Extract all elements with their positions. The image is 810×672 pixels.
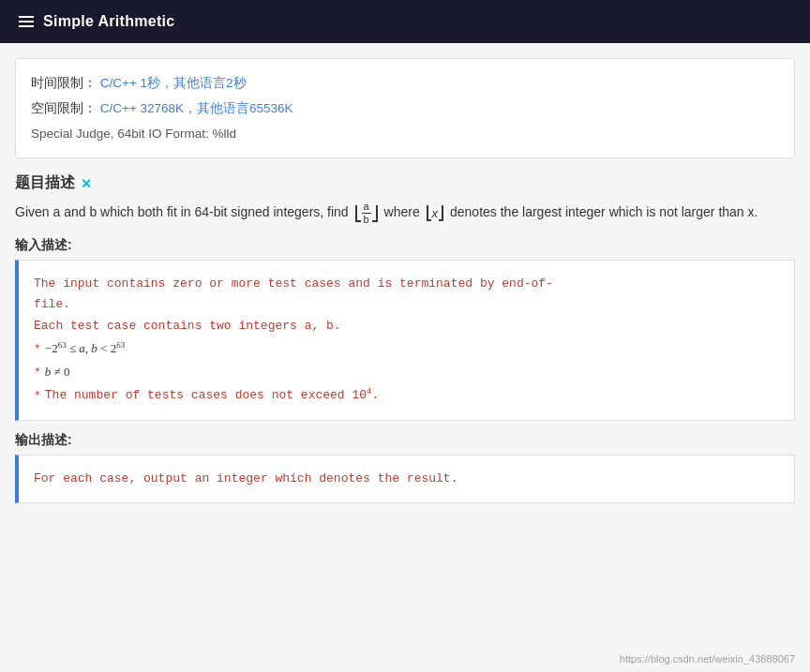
output-description-code: For each case, output an integer which d…	[15, 455, 795, 503]
output-line1: For each case, output an integer which d…	[34, 469, 779, 489]
input-line1: The input contains zero or more test cas…	[34, 274, 779, 294]
floor-fraction: a b	[355, 201, 378, 226]
problem-description-text: Given a and b which both fit in 64-bit s…	[15, 201, 795, 226]
x-icon: ✕	[81, 176, 92, 191]
content-area[interactable]: 时间限制： C/C++ 1秒，其他语言2秒 空间限制： C/C++ 32768K…	[0, 43, 810, 670]
floor-x: x	[427, 203, 444, 224]
header: Simple Arithmetic	[0, 0, 810, 43]
input-bullet1: * −263 ≤ a, b < 263	[34, 338, 779, 360]
right-floor-x	[439, 205, 443, 221]
output-description-title: 输出描述:	[15, 432, 795, 449]
fraction: a b	[362, 201, 371, 226]
input-description-title: 输入描述:	[15, 237, 795, 254]
input-description-code: The input contains zero or more test cas…	[15, 260, 795, 420]
time-limit: 时间限制： C/C++ 1秒，其他语言2秒	[31, 70, 779, 96]
input-line3: Each test case contains two integers a, …	[34, 316, 779, 336]
input-bullet3: * The number of tests cases does not exc…	[34, 385, 779, 406]
left-floor-x	[427, 205, 431, 221]
right-floor-bracket	[372, 205, 378, 222]
menu-icon	[19, 16, 34, 27]
input-line2: file.	[34, 294, 779, 315]
left-floor-bracket	[355, 205, 361, 222]
fraction-numerator: a	[362, 201, 371, 214]
space-limit: 空间限制： C/C++ 32768K，其他语言65536K	[31, 96, 779, 121]
fraction-denominator: b	[362, 214, 371, 226]
extra-info: Special Judge, 64bit IO Format: %lld	[31, 121, 779, 146]
info-box: 时间限制： C/C++ 1秒，其他语言2秒 空间限制： C/C++ 32768K…	[15, 58, 795, 158]
page-wrapper: 时间限制： C/C++ 1秒，其他语言2秒 空间限制： C/C++ 32768K…	[0, 43, 810, 670]
problem-description-title: 题目描述 ✕	[15, 173, 795, 193]
page-title: Simple Arithmetic	[43, 13, 175, 30]
input-bullet2: * b ≠ 0	[34, 362, 779, 383]
